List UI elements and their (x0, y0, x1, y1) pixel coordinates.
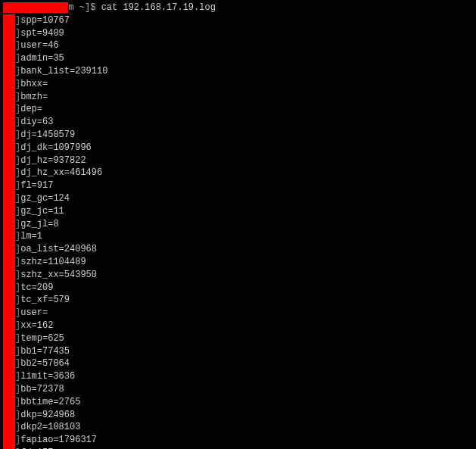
log-line: ]limit=3636 (3, 370, 473, 383)
line-marker (3, 154, 15, 167)
line-marker (3, 345, 15, 358)
key-value: bbtime=2765 (20, 397, 80, 407)
key-value: temp=625 (20, 333, 64, 344)
log-line: ]bb=72378 (3, 383, 473, 396)
log-line: ]fl=917 (3, 179, 473, 192)
log-line: ]diy=63 (3, 116, 473, 129)
line-marker (3, 192, 15, 205)
line-marker (3, 421, 15, 434)
line-marker (3, 396, 15, 409)
key-value: tc_xf=579 (20, 295, 70, 305)
prompt-host-masked (3, 2, 68, 13)
line-marker (3, 320, 15, 332)
log-line: ]dj=1450579 (3, 129, 473, 142)
log-line: ]dep= (3, 103, 473, 116)
line-marker (3, 269, 15, 282)
line-marker (3, 282, 15, 295)
log-line: ]temp=625 (3, 332, 473, 345)
key-value: diy=63 (20, 117, 53, 127)
line-marker (3, 78, 15, 91)
key-value: dep= (20, 104, 42, 114)
log-line: ]bb1=77435 (3, 345, 473, 358)
log-line: ]tc=209 (3, 282, 473, 295)
line-marker (3, 218, 15, 231)
prompt-line: m ~]$ cat 192.168.17.19.log (3, 2, 473, 14)
line-marker (3, 14, 15, 27)
key-value: gz_jl=8 (20, 219, 58, 229)
terminal-window[interactable]: m ~]$ cat 192.168.17.19.log ]spp=10767 ]… (0, 0, 476, 449)
command-output: ]spp=10767 ]spt=9409 ]user=46 ]admin=35 … (3, 14, 473, 449)
line-marker (3, 91, 15, 104)
key-value: admin=35 (20, 53, 64, 64)
log-line: ]spp=10767 (3, 14, 473, 27)
key-value: fapiao=1796317 (20, 435, 97, 445)
line-marker (3, 294, 15, 307)
key-value: dj_hz=937822 (20, 155, 86, 166)
log-line: ]gz_gc=124 (3, 192, 473, 205)
key-value: gz_gc=124 (20, 193, 70, 204)
key-value: spt=9409 (20, 28, 64, 39)
key-value: bb2=57064 (20, 358, 70, 369)
line-marker (3, 167, 15, 179)
key-value: dj_hz_xx=461496 (20, 167, 102, 178)
key-value: oa_list=240968 (20, 244, 97, 254)
key-value: spp=10767 (20, 15, 70, 26)
key-value: fl=917 (20, 180, 53, 191)
log-line: ]szhz=1104489 (3, 256, 473, 269)
key-value: szhz_xx=543950 (20, 270, 97, 280)
key-value: szhz=1104489 (20, 257, 86, 267)
log-line: ]bank_list=239110 (3, 65, 473, 78)
log-line: ]dj_hz_xx=461496 (3, 167, 473, 179)
log-line: ]dkp=924968 (3, 409, 473, 422)
prompt-path: m ~]$ (68, 2, 95, 13)
log-line: ]dj_dk=1097996 (3, 142, 473, 154)
key-value: user= (20, 307, 48, 318)
key-value: user=46 (20, 40, 58, 51)
log-line: ]szhz_xx=543950 (3, 269, 473, 282)
log-line: ]spt=9409 (3, 27, 473, 40)
log-line: ]xx=162 (3, 320, 473, 332)
line-marker (3, 256, 15, 269)
key-value: dkp2=108103 (20, 422, 80, 432)
line-marker (3, 434, 15, 447)
key-value: limit=3636 (20, 371, 75, 382)
line-marker (3, 383, 15, 396)
log-line: ]bbtime=2765 (3, 396, 473, 409)
line-marker (3, 39, 15, 52)
log-line: ]gz_jc=11 (3, 205, 473, 218)
log-line: ]oa_list=240968 (3, 243, 473, 256)
key-value: bank_list=239110 (20, 66, 107, 76)
log-line: ]user= (3, 307, 473, 320)
log-line: ]bb2=57064 (3, 357, 473, 370)
line-marker (3, 142, 15, 154)
key-value: tc=209 (20, 282, 53, 293)
key-value: lm=1 (20, 231, 42, 242)
log-line: ]bhxx= (3, 78, 473, 91)
line-marker (3, 370, 15, 383)
line-marker (3, 332, 15, 345)
log-line: ]admin=35 (3, 52, 473, 65)
key-value: dj=1450579 (20, 129, 75, 140)
line-marker (3, 52, 15, 65)
line-marker (3, 205, 15, 218)
log-line: ]dkp2=108103 (3, 421, 473, 434)
line-marker (3, 230, 15, 243)
line-marker (3, 103, 15, 116)
log-line: ]dj_hz=937822 (3, 154, 473, 167)
key-value: bmzh= (20, 92, 48, 102)
log-line: ]fapiao=1796317 (3, 434, 473, 447)
line-marker (3, 179, 15, 192)
command-text: cat 192.168.17.19.log (101, 2, 216, 13)
line-marker (3, 116, 15, 129)
key-value: bb1=77435 (20, 346, 70, 357)
key-value: bhxx= (20, 79, 48, 89)
line-marker (3, 357, 15, 370)
key-value: bb=72378 (20, 384, 64, 394)
key-value: gz_jc=11 (20, 206, 64, 217)
key-value: xx=162 (20, 320, 53, 331)
line-marker (3, 409, 15, 422)
line-marker (3, 65, 15, 78)
log-line: ]bmzh= (3, 91, 473, 104)
line-marker (3, 307, 15, 320)
log-line: ]lm=1 (3, 230, 473, 243)
